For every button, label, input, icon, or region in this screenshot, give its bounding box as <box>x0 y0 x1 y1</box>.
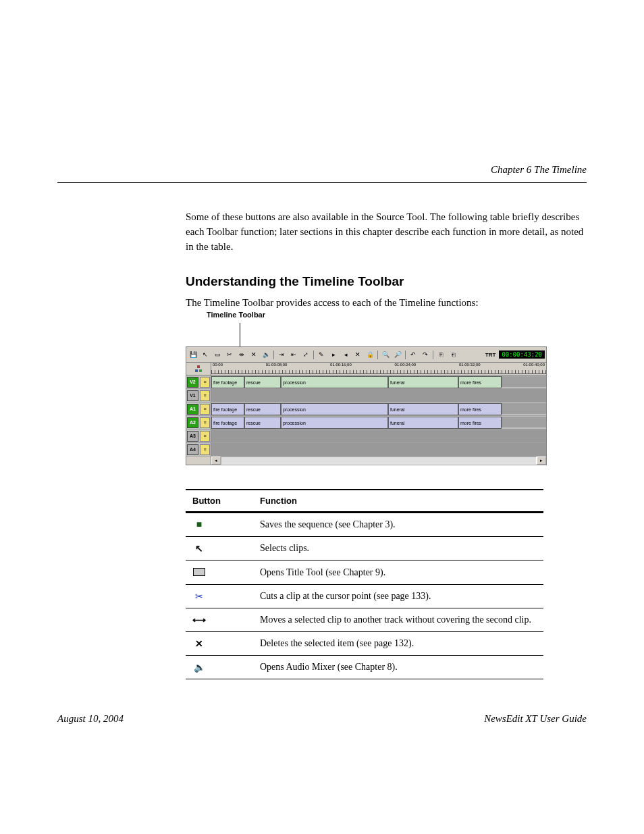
mark-in-icon[interactable]: ▸ <box>328 349 339 360</box>
clip[interactable]: rescue <box>244 376 281 388</box>
clip[interactable]: more fires <box>458 403 502 415</box>
function-description: Cuts a clip at the cursor point (see pag… <box>253 585 543 608</box>
track-row-a3: A3≡ <box>186 429 546 443</box>
table-header-function: Function <box>253 490 543 512</box>
track-row-v2: V2≡fire footagerescueprocessionfuneralmo… <box>186 375 546 389</box>
track-selector-a1[interactable]: A1 <box>187 404 198 415</box>
track-row-a2: A2≡fire footagerescueprocessionfuneralmo… <box>186 416 546 429</box>
audio-icon[interactable]: 🔈 <box>261 349 271 360</box>
clip[interactable]: procession <box>281 417 388 429</box>
clip[interactable]: funeral <box>388 403 458 415</box>
fit-icon[interactable]: ⤢ <box>300 349 311 360</box>
redo-icon[interactable]: ↷ <box>420 349 431 360</box>
scroll-left-button[interactable]: ◂ <box>211 457 221 465</box>
undo-icon[interactable]: ↶ <box>408 349 419 360</box>
track-selector-v2[interactable]: V2 <box>187 377 198 388</box>
title-icon <box>192 566 206 578</box>
clip[interactable]: funeral <box>388 417 458 429</box>
trt-display: 00:00:43;20 <box>499 350 545 359</box>
track-row-v1: V1≡ <box>186 389 546 402</box>
trt-label: TRT <box>485 352 496 358</box>
track-row-a1: A1≡fire footagerescueprocessionfuneralmo… <box>186 402 546 416</box>
clip[interactable]: fire footage <box>211 417 244 429</box>
empty-track-area[interactable] <box>211 389 546 402</box>
track-selector-a2[interactable]: A2 <box>187 417 198 428</box>
track-patch-a3[interactable]: ≡ <box>200 431 210 442</box>
table-row: Opens Title Tool (see Chapter 9). <box>186 561 543 585</box>
output-tools-icon[interactable]: ⇤ <box>288 349 299 360</box>
timeline-ruler[interactable]: 00:0001:00:08;0001:00:16;0001:00:24;0001… <box>211 363 546 375</box>
clip[interactable]: rescue <box>244 417 281 429</box>
splice-icon[interactable]: ✂ <box>224 349 235 360</box>
send-icon[interactable]: ⎘ <box>435 349 446 360</box>
cut-icon: ✂ <box>192 590 206 602</box>
svg-rect-0 <box>197 365 200 368</box>
track-selector-a3[interactable]: A3 <box>187 431 198 442</box>
function-description: Moves a selected clip to another track w… <box>253 608 543 632</box>
clip[interactable]: funeral <box>388 376 458 388</box>
timeline-ruler-row: 00:0001:00:08;0001:00:16;0001:00:24;0001… <box>186 363 546 375</box>
save-icon: ■ <box>192 519 206 531</box>
clip[interactable]: more fires <box>458 376 502 388</box>
function-description: Selects clips. <box>253 537 543 561</box>
arrow-icon: ↖ <box>192 542 206 554</box>
mark-out-icon[interactable]: ◂ <box>340 349 351 360</box>
toolbar-function-table: Button Function ■Saves the sequence (see… <box>186 489 543 679</box>
footer-product: NewsEdit XT User Guide <box>484 713 587 725</box>
horizontal-scrollbar[interactable]: ◂ ▸ <box>186 457 546 465</box>
function-description: Deletes the selected item (see page 132)… <box>253 632 543 656</box>
trim-icon[interactable]: ⇹ <box>236 349 247 360</box>
zoom-out-icon[interactable]: 🔎 <box>392 349 403 360</box>
intro-paragraph: Some of these buttons are also available… <box>186 210 587 254</box>
clip[interactable]: more fires <box>458 417 502 429</box>
timeline-toolbar: 💾↖▭✂⇹✕🔈⇥⇤⤢✎▸◂✕🔒🔍🔎↶↷⎘⎗TRT00:00:43;20 <box>186 347 546 363</box>
header-chapter-title: Chapter 6 The Timeline <box>491 164 587 176</box>
clip[interactable]: fire footage <box>211 403 244 415</box>
function-description: Saves the sequence (see Chapter 3). <box>253 513 543 537</box>
empty-track-area[interactable] <box>211 429 546 442</box>
svg-rect-2 <box>199 369 202 372</box>
track-row-a4: A4≡ <box>186 443 546 457</box>
function-description: Opens Audio Mixer (see Chapter 8). <box>253 656 543 679</box>
section-paragraph: The Timeline Toolbar provides access to … <box>186 296 587 311</box>
track-selector-v1[interactable]: V1 <box>187 390 198 401</box>
save-icon[interactable]: 💾 <box>188 349 198 360</box>
table-row: ✂Cuts a clip at the cursor point (see pa… <box>186 585 543 608</box>
empty-track-area[interactable] <box>211 443 546 456</box>
track-patch-v1[interactable]: ≡ <box>200 390 210 401</box>
arrow-icon[interactable]: ↖ <box>200 349 211 360</box>
table-row: ⟷Moves a selected clip to another track … <box>186 608 543 632</box>
delete-x-icon[interactable]: ✕ <box>248 349 259 360</box>
function-description: Opens Title Tool (see Chapter 9). <box>253 561 543 585</box>
clip[interactable]: fire footage <box>211 376 244 388</box>
x-icon[interactable]: ✕ <box>352 349 363 360</box>
callout-pointer: Timeline Toolbar <box>240 323 587 346</box>
table-row: 🔈Opens Audio Mixer (see Chapter 8). <box>186 656 543 679</box>
lock-icon[interactable]: 🔒 <box>365 349 375 360</box>
track-patch-a4[interactable]: ≡ <box>200 444 210 455</box>
track-selector-a4[interactable]: A4 <box>187 444 198 455</box>
splice-icon: ⟷ <box>192 614 206 626</box>
track-patch-a2[interactable]: ≡ <box>200 417 210 428</box>
zoom-in-icon[interactable]: 🔍 <box>380 349 391 360</box>
clip[interactable]: rescue <box>244 403 281 415</box>
scroll-right-button[interactable]: ▸ <box>537 457 546 465</box>
track-patch-v2[interactable]: ≡ <box>200 377 210 388</box>
page-footer: August 10, 2004 NewsEdit XT User Guide <box>57 713 587 725</box>
mixer-icon: 🔈 <box>192 661 206 673</box>
clip[interactable]: procession <box>281 376 388 388</box>
table-row: ✕Deletes the selected item (see page 132… <box>186 632 543 656</box>
svg-rect-1 <box>195 369 198 372</box>
table-row: ↖Selects clips. <box>186 537 543 561</box>
assign-icon[interactable]: ⎗ <box>448 349 458 360</box>
table-row: ■Saves the sequence (see Chapter 3). <box>186 513 543 537</box>
callout-label: Timeline Toolbar <box>207 311 265 319</box>
settings-icon[interactable] <box>186 363 211 375</box>
fx-icon[interactable]: ✎ <box>316 349 327 360</box>
track-patch-a1[interactable]: ≡ <box>200 404 210 415</box>
delete-icon: ✕ <box>192 637 206 650</box>
input-tools-icon[interactable]: ⇥ <box>276 349 287 360</box>
footer-date: August 10, 2004 <box>57 713 124 725</box>
cut-mode-icon[interactable]: ▭ <box>212 349 223 360</box>
clip[interactable]: procession <box>281 403 388 415</box>
